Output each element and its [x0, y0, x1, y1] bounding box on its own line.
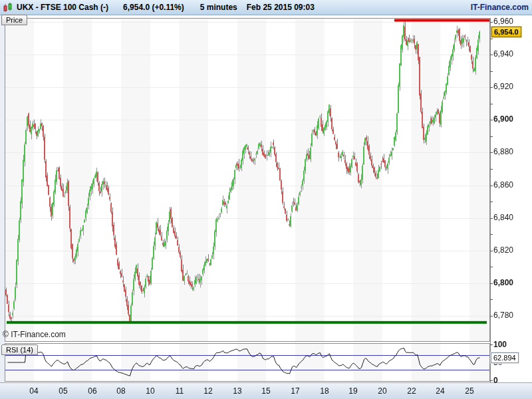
date-axis-label: 20: [374, 386, 391, 396]
price-axis-label: 6,860: [493, 180, 513, 190]
tab-rsi[interactable]: RSI (14): [1, 344, 38, 355]
date-axis-label: 25: [461, 386, 478, 396]
date-axis-label: 17: [287, 386, 304, 396]
price-axis-label: 6,820: [493, 245, 513, 255]
date-axis-label: 08: [112, 386, 130, 396]
date-axis-label: 19: [344, 386, 362, 396]
price-axis-label: 6,880: [493, 147, 513, 156]
copyright-watermark: © IT-Finance.com: [3, 330, 66, 339]
last-quote: 6,954.0 (+0.11%): [123, 3, 184, 12]
date-axis-label: 04: [25, 386, 43, 396]
price-axis-label: 6,800: [493, 278, 513, 287]
price-axis-label: 6,780: [493, 311, 513, 320]
instrument-title: UKX - FTSE 100 Cash (-): [17, 3, 108, 12]
date-axis-label: 11: [171, 386, 188, 396]
datetime-label: Feb 25 2015 09:03: [247, 3, 315, 12]
price-axis-label: 6,940: [493, 49, 513, 59]
price-chart-canvas[interactable]: [0, 0, 532, 399]
date-axis-label: 15: [257, 386, 275, 396]
date-axis-label: 18: [316, 386, 333, 396]
rsi-axis-label: 100: [493, 340, 507, 349]
date-axis-label: 22: [403, 386, 420, 396]
rsi-value-badge: 62.894: [491, 352, 519, 363]
window-title-bar: UKX - FTSE 100 Cash (-) 6,954.0 (+0.11%)…: [0, 0, 532, 15]
candlestick-chart-icon: [3, 2, 13, 13]
date-axis-label: 06: [84, 386, 101, 396]
provider-logo-text: IT-Finance.com: [471, 3, 529, 12]
tab-price[interactable]: Price: [1, 15, 27, 25]
price-axis-label: 6,960: [493, 17, 513, 26]
last-price-badge: 6,954.0: [491, 27, 521, 37]
date-axis-label: 24: [432, 386, 449, 396]
price-axis-label: 6,900: [493, 114, 513, 124]
price-axis-label: 6,920: [493, 82, 513, 91]
rsi-axis-label: 0: [493, 376, 498, 385]
date-axis-label: 12: [200, 386, 217, 396]
timeframe-label: 5 minutes: [200, 3, 237, 12]
date-axis-label: 13: [229, 386, 246, 396]
date-axis-label: 10: [142, 386, 159, 396]
price-axis-label: 6,840: [493, 213, 513, 222]
date-axis-label: 05: [55, 386, 72, 396]
